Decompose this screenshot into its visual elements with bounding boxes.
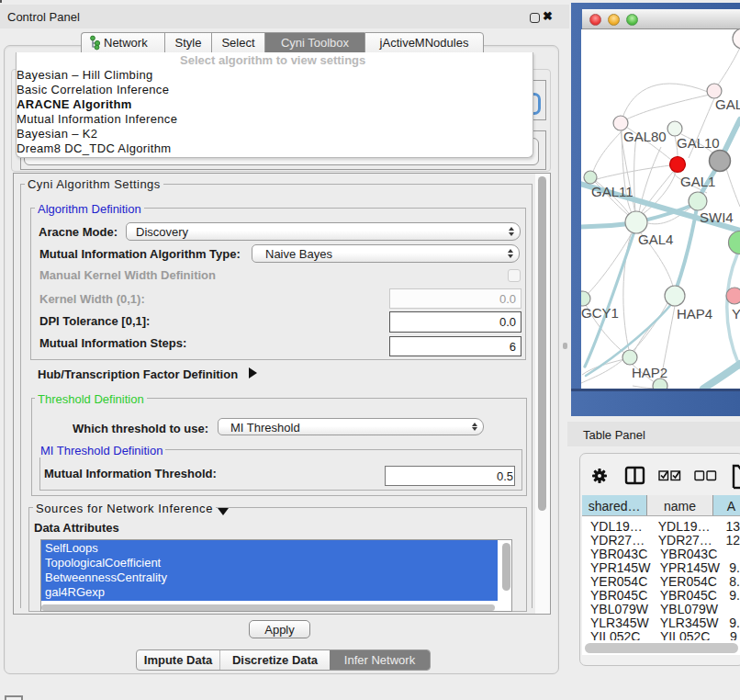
svg-text:GAL11: GAL11 bbox=[591, 184, 633, 199]
svg-text:Y: Y bbox=[732, 306, 740, 322]
svg-text:GAL1: GAL1 bbox=[680, 174, 715, 189]
svg-text:GAL80: GAL80 bbox=[623, 129, 667, 144]
svg-text:SWI4: SWI4 bbox=[700, 209, 734, 225]
svg-text:HAP2: HAP2 bbox=[632, 365, 667, 380]
svg-text:GCY1: GCY1 bbox=[581, 305, 619, 321]
svg-text:GAL: GAL bbox=[715, 96, 740, 112]
svg-text:HAP4: HAP4 bbox=[677, 306, 712, 322]
svg-text:GAL10: GAL10 bbox=[677, 135, 720, 151]
svg-text:GAL4: GAL4 bbox=[638, 231, 673, 247]
